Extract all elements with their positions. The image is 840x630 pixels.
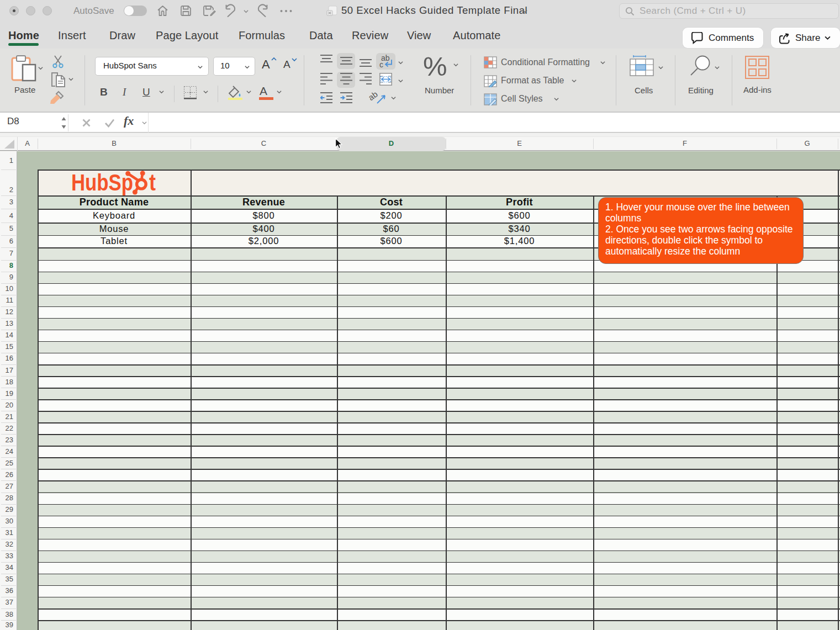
- svg-text:t: t: [149, 170, 156, 195]
- svg-text:HubSp: HubSp: [71, 170, 133, 195]
